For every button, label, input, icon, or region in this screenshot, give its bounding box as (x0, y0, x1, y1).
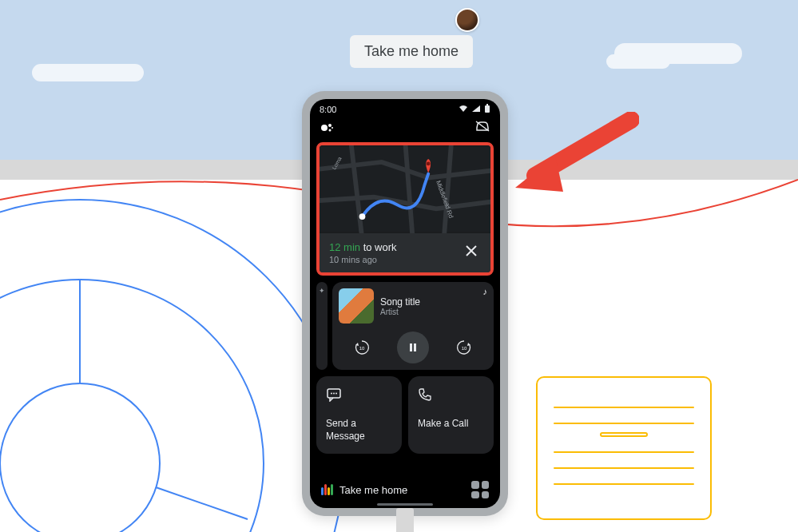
nav-eta: 12 min to work (329, 241, 397, 253)
svg-point-11 (427, 161, 431, 165)
nav-timestamp: 10 mins ago (329, 255, 397, 264)
battery-icon (484, 104, 490, 115)
forward-10-button[interactable]: 10 (452, 335, 476, 359)
svg-point-6 (328, 124, 332, 127)
status-time: 8:00 (320, 105, 336, 114)
song-artist: Artist (380, 308, 420, 316)
assistant-bottom-bar[interactable]: Take me home (316, 478, 494, 502)
svg-rect-13 (410, 343, 412, 351)
svg-rect-4 (486, 104, 488, 105)
svg-point-1 (0, 280, 264, 532)
svg-point-8 (332, 127, 333, 129)
home-indicator[interactable] (377, 503, 433, 506)
send-message-card[interactable]: Send a Message (316, 376, 402, 454)
svg-point-19 (335, 393, 337, 395)
make-call-card[interactable]: Make a Call (408, 376, 494, 454)
media-card[interactable]: ♪ Song title Artist 10 (332, 282, 494, 370)
google-assistant-bars-icon (321, 484, 333, 495)
status-bar: 8:00 (310, 99, 500, 117)
sparkle-icon: ✦ (319, 287, 325, 295)
message-icon (326, 387, 392, 405)
svg-point-5 (321, 125, 328, 131)
wifi-icon (459, 105, 468, 114)
app-grid-button[interactable] (471, 481, 489, 498)
rewind-10-button[interactable]: 10 (350, 335, 374, 359)
close-icon[interactable] (462, 241, 481, 264)
car-mode-icon[interactable] (474, 120, 490, 136)
map-preview[interactable]: Middlefield Rd Loma (320, 145, 490, 233)
svg-point-0 (0, 200, 343, 532)
send-message-label: Send a Message (326, 418, 392, 443)
signal-icon (471, 105, 481, 114)
navigation-card[interactable]: Middlefield Rd Loma 12 min to work 10 mi… (316, 142, 494, 276)
cloud-decor (32, 64, 144, 81)
svg-text:10: 10 (461, 346, 466, 351)
volume-scrubber[interactable]: ✦ (316, 282, 328, 370)
svg-point-2 (0, 383, 160, 532)
speech-bubble: Take me home (350, 35, 473, 68)
svg-rect-3 (485, 105, 490, 113)
app-bar (310, 117, 500, 142)
album-art (339, 288, 374, 324)
svg-text:10: 10 (359, 346, 365, 351)
notepad-decor (536, 376, 712, 520)
assistant-icon[interactable] (320, 121, 334, 135)
svg-rect-14 (414, 343, 416, 351)
music-note-icon: ♪ (483, 287, 488, 296)
cloud-decor (606, 54, 670, 69)
svg-point-10 (359, 213, 366, 220)
phone-frame: 8:00 (302, 91, 508, 516)
charging-cable (396, 508, 414, 532)
speech-text: Take me home (350, 35, 473, 68)
user-avatar (455, 8, 479, 32)
song-title: Song title (380, 296, 420, 308)
pause-button[interactable] (397, 332, 429, 363)
phone-screen: 8:00 (310, 99, 500, 508)
svg-point-7 (329, 129, 332, 132)
phone-icon (418, 387, 484, 405)
svg-point-17 (331, 393, 332, 395)
assistant-query-text: Take me home (339, 484, 465, 496)
svg-point-18 (333, 393, 335, 395)
make-call-label: Make a Call (418, 418, 484, 431)
